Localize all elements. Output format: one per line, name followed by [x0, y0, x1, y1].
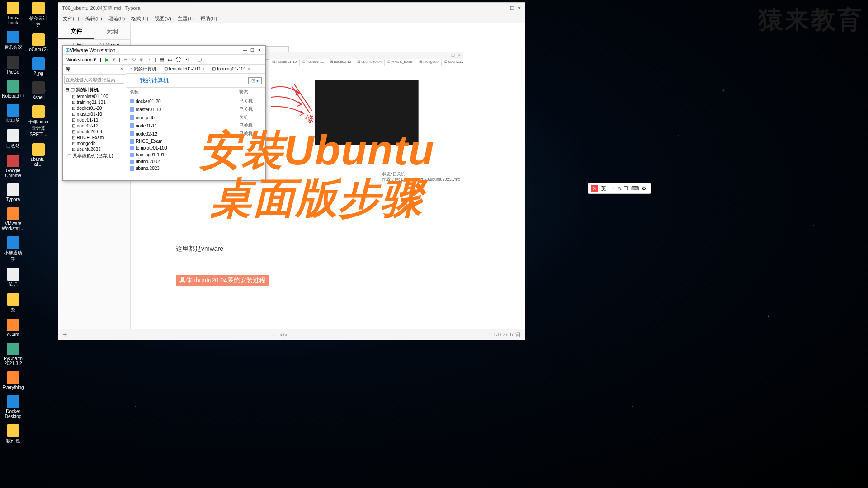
- desktop-icon[interactable]: Xshell: [28, 80, 49, 101]
- desktop-icon[interactable]: 腾讯会议: [2, 30, 24, 52]
- lib-close-icon[interactable]: ×: [120, 66, 123, 73]
- tool-icon-2[interactable]: ⟲: [132, 56, 136, 62]
- vm2-tab[interactable]: ⊡ node01-11: [300, 59, 327, 66]
- ime-tool-icon[interactable]: ☐: [623, 185, 628, 192]
- typora-menubar: 文件(F)编辑(E)段落(P)格式(O)视图(V)主题(T)帮助(H): [58, 14, 525, 23]
- watermark-text: 猿来教育: [759, 4, 863, 37]
- vm-min-button[interactable]: —: [242, 47, 248, 53]
- desktop-icon[interactable]: 回收站: [2, 128, 24, 150]
- tree-vm-item[interactable]: ⊡ node01-11: [64, 117, 125, 123]
- menu-item[interactable]: 帮助(H): [200, 15, 217, 22]
- vm2-tab[interactable]: ⊡ master01-10: [269, 59, 300, 66]
- vm-close-button[interactable]: ✕: [256, 47, 263, 53]
- desktop-icon[interactable]: 十年Linux云计算SRE工...: [28, 104, 49, 139]
- win2-max-icon[interactable]: ☐: [451, 53, 455, 58]
- desktop-icon[interactable]: Google Chrome: [2, 154, 24, 179]
- ime-tool-icon[interactable]: ⌨: [631, 185, 639, 192]
- nav-back-icon[interactable]: ‹: [273, 332, 275, 338]
- view-icon-3[interactable]: ⛶: [176, 57, 181, 62]
- tool-icon-1[interactable]: ⊕: [124, 56, 128, 62]
- view-toggle[interactable]: ⊡ ▾: [248, 77, 262, 84]
- desktop-icon[interactable]: Docker Desktop: [2, 394, 24, 420]
- panel-header: 我的计算机 ⊡ ▾: [126, 74, 265, 88]
- vm-tab[interactable]: ⌂ 我的计算机: [126, 65, 160, 73]
- menu-item[interactable]: 文件(F): [63, 15, 79, 22]
- desktop-icon[interactable]: ubuntu-all...: [28, 142, 49, 168]
- vm-tree: ⊟ ☐ 我的计算机 ⊡ template01-100⊡ training01-1…: [63, 85, 126, 180]
- vm2-tab[interactable]: ⊡ ubuntu20-04: [354, 59, 385, 66]
- menu-item[interactable]: 视图(V): [155, 15, 171, 22]
- vm-max-button[interactable]: ☐: [249, 47, 255, 53]
- col-status[interactable]: 状态: [239, 89, 262, 95]
- desktop-icon[interactable]: oCam (2): [28, 33, 49, 53]
- tree-vm-item[interactable]: ⊡ mongodb: [64, 141, 125, 146]
- vm-tab[interactable]: ⊡ training01-101 ×: [208, 65, 254, 73]
- desktop-icon[interactable]: 小赫通助手: [2, 235, 24, 263]
- typora-doc-icon: T: [62, 5, 65, 11]
- tree-vm-item[interactable]: ⊡ training01-101: [64, 99, 125, 105]
- computer-icon: [130, 78, 137, 83]
- desktop-icon[interactable]: oCam: [2, 318, 24, 338]
- play-icon[interactable]: ▶: [105, 56, 109, 63]
- code-mode-icon[interactable]: </>: [280, 332, 288, 338]
- col-name[interactable]: 名称: [130, 89, 239, 95]
- window-close-icon[interactable]: ✕: [517, 5, 521, 11]
- vm2-tab[interactable]: ⊡ RHCE_Exam: [385, 59, 416, 66]
- tool-icon-3[interactable]: ◉: [139, 56, 144, 62]
- menu-item[interactable]: 段落(P): [108, 15, 125, 22]
- desktop-icon[interactable]: 杂: [2, 292, 24, 314]
- vm2-tab[interactable]: ⊡ mongodb: [416, 59, 442, 66]
- desktop-icon[interactable]: PyCharm 2021.3.2: [2, 342, 24, 367]
- tree-vm-item[interactable]: ⊡ template01-100: [64, 94, 125, 99]
- desktop-icon[interactable]: PicGo: [2, 55, 24, 75]
- ime-toolbar[interactable]: S 英 ·⎋☐⌨⚙: [588, 183, 651, 194]
- desktop-icon[interactable]: 2.jpg: [28, 56, 49, 77]
- window-max-icon[interactable]: ☐: [510, 5, 514, 11]
- vmware-icon: ⊞: [66, 47, 70, 53]
- vm2-tab[interactable]: ⊡ node02-12: [327, 59, 354, 66]
- desktop-icon[interactable]: 软件包: [2, 423, 24, 445]
- desktop-icon[interactable]: VMware Workstati...: [2, 206, 24, 232]
- view-icon-4[interactable]: ⊡: [184, 56, 189, 62]
- desktop-icon[interactable]: Everything: [2, 371, 24, 391]
- workstation-menu[interactable]: Workstation ▾: [66, 56, 96, 62]
- menu-item[interactable]: 主题(T): [178, 15, 194, 22]
- menu-item[interactable]: 格式(O): [131, 15, 148, 22]
- desktop-icon[interactable]: 笔记: [2, 267, 24, 289]
- vm-list-row[interactable]: docker01-20已关机: [126, 97, 265, 105]
- ime-tool-icon[interactable]: ⚙: [642, 185, 646, 192]
- tree-vm-item[interactable]: ⊡ ubuntu2023: [64, 146, 125, 152]
- view-icon-2[interactable]: ▭: [168, 56, 172, 62]
- vm-list-row[interactable]: mongodb关机: [126, 113, 265, 122]
- tree-shared[interactable]: ☐ 共享虚拟机 (已弃用): [64, 152, 125, 160]
- desktop-icon[interactable]: Notepad++: [2, 79, 24, 99]
- desktop-icon[interactable]: 此电脑: [2, 103, 24, 125]
- tree-vm-item[interactable]: ⊡ RHCE_Exam: [64, 135, 125, 141]
- vm-list-row[interactable]: master01-10已关机: [126, 105, 265, 113]
- tab-outline[interactable]: 大纲: [94, 23, 131, 39]
- vm-tab[interactable]: ⊡ template01-100 ×: [160, 65, 209, 73]
- tool-icon-4[interactable]: ⊡: [147, 56, 151, 62]
- library-search-input[interactable]: [64, 76, 124, 84]
- vm2-tab[interactable]: ⊡ ubuntu2023: [442, 59, 463, 66]
- tab-files[interactable]: 文件: [58, 23, 94, 39]
- ime-tool-icon[interactable]: ⎋: [618, 185, 621, 192]
- desktop-icon[interactable]: 信创云计算: [28, 1, 49, 29]
- menu-item[interactable]: 编辑(E): [85, 15, 102, 22]
- add-file-button[interactable]: +: [63, 331, 67, 339]
- ime-lang[interactable]: 英: [601, 185, 606, 192]
- desktop-icon[interactable]: Typora: [2, 183, 24, 203]
- view-icon-1[interactable]: ▤: [160, 56, 164, 62]
- window-min-icon[interactable]: —: [502, 5, 507, 11]
- tree-vm-item[interactable]: ⊡ master01-10: [64, 111, 125, 117]
- win2-close-icon[interactable]: ✕: [458, 53, 461, 58]
- tree-root[interactable]: ⊟ ☐ 我的计算机: [64, 86, 125, 94]
- tree-vm-item[interactable]: ⊡ ubuntu20-04: [64, 129, 125, 135]
- desktop-icon[interactable]: linux-book: [2, 1, 24, 26]
- ime-tool-icon[interactable]: ·: [613, 185, 615, 192]
- tree-vm-item[interactable]: ⊡ node02-12: [64, 123, 125, 129]
- tree-vm-item[interactable]: ⊡ docker01-20: [64, 105, 125, 111]
- win2-min-icon[interactable]: —: [444, 53, 448, 58]
- ime-brand-icon[interactable]: S: [591, 185, 598, 192]
- view-icon-5[interactable]: ▢: [197, 56, 202, 62]
